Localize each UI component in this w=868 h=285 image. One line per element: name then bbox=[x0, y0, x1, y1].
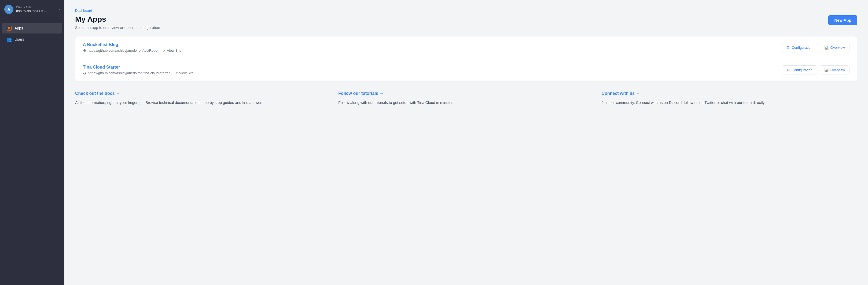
app-info: A Bucketlist Blog ⚙ https://github.com/a… bbox=[83, 42, 782, 53]
app-github: ⚙ https://github.com/ashleyjanedoiron/ti… bbox=[83, 71, 170, 75]
apps-icon bbox=[6, 26, 12, 31]
external-link-icon: ↗ bbox=[175, 71, 178, 75]
app-github-url[interactable]: https://github.com/ashleyjanedoiron/tina… bbox=[88, 71, 170, 75]
app-view-site[interactable]: ↗ View Site bbox=[163, 48, 181, 52]
app-row: A Bucketlist Blog ⚙ https://github.com/a… bbox=[75, 36, 857, 59]
org-name: ashley.doiron++'s ... bbox=[16, 9, 58, 13]
chevron-right-icon: › bbox=[59, 7, 60, 11]
config-button-tina[interactable]: ⚙ Configuration bbox=[782, 65, 817, 74]
tutorials-link[interactable]: Follow our tutorials → bbox=[338, 91, 383, 96]
overview-button-bucketlist[interactable]: 📊 Overview bbox=[820, 43, 849, 52]
chart-icon: 📊 bbox=[824, 45, 829, 49]
org-info: ORG NAME ashley.doiron++'s ... bbox=[16, 6, 58, 13]
app-view-site-label: View Site bbox=[167, 48, 181, 52]
page-header: My Apps Select an app to edit, view or o… bbox=[75, 15, 857, 30]
app-meta: ⚙ https://github.com/ashleyjanedoiron/ti… bbox=[83, 71, 782, 75]
docs-description: All the information, right at your finge… bbox=[75, 100, 331, 106]
breadcrumb: Dashboard bbox=[75, 8, 857, 12]
users-icon: 👥 bbox=[6, 37, 12, 42]
sidebar-users-label: Users bbox=[14, 37, 24, 41]
app-info: Tina Cloud Starter ⚙ https://github.com/… bbox=[83, 65, 782, 75]
connect-link[interactable]: Connect with us → bbox=[602, 91, 640, 96]
docs-link[interactable]: Check out the docs → bbox=[75, 91, 120, 96]
page-title-block: My Apps Select an app to edit, view or o… bbox=[75, 15, 160, 30]
nav-list: Apps 👥 Users bbox=[0, 19, 64, 48]
app-meta: ⚙ https://github.com/ashleyjanedoiron/te… bbox=[83, 48, 782, 53]
sidebar-apps-label: Apps bbox=[14, 26, 23, 30]
info-cards: Check out the docs → All the information… bbox=[75, 91, 857, 106]
main-content: Dashboard My Apps Select an app to edit,… bbox=[64, 0, 868, 285]
org-header[interactable]: A ORG NAME ashley.doiron++'s ... › bbox=[0, 0, 64, 19]
connect-description: Join our community. Connect with us on D… bbox=[602, 100, 857, 106]
new-app-button[interactable]: New App bbox=[828, 15, 857, 25]
github-icon: ⚙ bbox=[83, 71, 86, 75]
avatar: A bbox=[4, 5, 13, 14]
app-row: Tina Cloud Starter ⚙ https://github.com/… bbox=[75, 59, 857, 81]
info-card-tutorials: Follow our tutorials → Follow along with… bbox=[338, 91, 594, 106]
overview-button-tina[interactable]: 📊 Overview bbox=[820, 65, 849, 74]
gear-icon: ⚙ bbox=[786, 45, 790, 49]
external-link-icon: ↗ bbox=[163, 49, 165, 52]
app-name-bucketlist[interactable]: A Bucketlist Blog bbox=[83, 42, 782, 47]
app-view-site-label: View Site bbox=[179, 71, 194, 75]
sidebar-item-apps[interactable]: Apps bbox=[2, 23, 62, 34]
info-card-connect: Connect with us → Join our community. Co… bbox=[602, 91, 857, 106]
chart-icon: 📊 bbox=[824, 68, 829, 72]
config-label: Configuration bbox=[792, 68, 812, 72]
config-label: Configuration bbox=[792, 45, 812, 49]
info-card-docs: Check out the docs → All the information… bbox=[75, 91, 331, 106]
sidebar: A ORG NAME ashley.doiron++'s ... › Apps … bbox=[0, 0, 64, 285]
github-icon: ⚙ bbox=[83, 48, 86, 53]
app-actions: ⚙ Configuration 📊 Overview bbox=[782, 65, 849, 74]
app-actions: ⚙ Configuration 📊 Overview bbox=[782, 43, 849, 52]
gear-icon: ⚙ bbox=[786, 68, 790, 72]
config-button-bucketlist[interactable]: ⚙ Configuration bbox=[782, 43, 817, 52]
app-github: ⚙ https://github.com/ashleyjanedoiron/te… bbox=[83, 48, 157, 53]
app-github-url[interactable]: https://github.com/ashleyjanedoiron/test… bbox=[88, 48, 157, 52]
overview-label: Overview bbox=[831, 45, 845, 49]
tutorials-description: Follow along with our tutorials to get s… bbox=[338, 100, 594, 106]
sidebar-item-users[interactable]: 👥 Users bbox=[2, 34, 62, 45]
org-label: ORG NAME bbox=[16, 6, 58, 9]
page-title: My Apps bbox=[75, 15, 160, 24]
apps-card: A Bucketlist Blog ⚙ https://github.com/a… bbox=[75, 36, 857, 81]
overview-label: Overview bbox=[831, 68, 845, 72]
app-name-tina[interactable]: Tina Cloud Starter bbox=[83, 65, 782, 70]
app-view-site[interactable]: ↗ View Site bbox=[175, 71, 194, 75]
page-subtitle: Select an app to edit, view or open its … bbox=[75, 26, 160, 30]
